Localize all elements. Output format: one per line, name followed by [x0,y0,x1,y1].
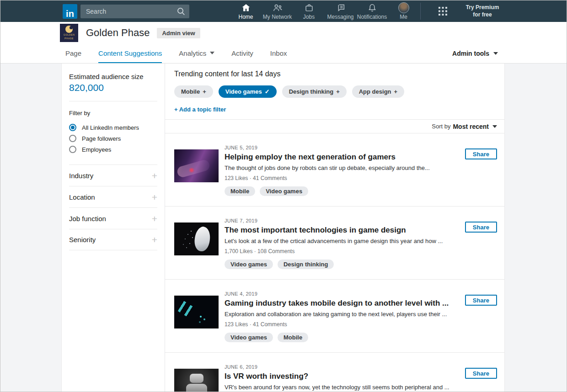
home-icon [241,2,251,13]
article-card: JUNE 6, 2019 Is VR worth investing? VR's… [165,353,504,392]
linkedin-logo[interactable]: in [63,4,77,19]
apps-grid-icon[interactable] [427,6,459,16]
article-description: Exploration and collaboration are taking… [225,311,456,318]
notifications-icon [367,2,377,13]
company-logo-text: GOLDEN PHASE [64,33,75,40]
share-button[interactable]: Share [465,222,497,233]
share-button[interactable]: Share [465,148,497,159]
sort-by-label: Sort by [432,123,450,130]
article-title[interactable]: The most important technologies in game … [225,226,456,235]
admin-view-badge: Admin view [157,28,200,38]
tab-analytics[interactable]: Analytics [179,44,214,63]
chevron-down-icon [493,52,498,55]
article-body: JUNE 4, 2019 Gaming industry takes mobil… [219,291,465,328]
nav-item-home[interactable]: Home [230,0,262,22]
section-job-function[interactable]: Job function + [69,207,157,229]
admin-tools-dropdown[interactable]: Admin tools [452,44,498,63]
article-thumbnail [174,149,219,182]
nav-item-me[interactable]: Me [388,0,419,22]
article-description: The thought of jobs done by robots can s… [225,164,456,171]
add-plus-icon: + [336,88,340,95]
radio-selected-icon [69,124,76,131]
me-avatar [398,2,409,13]
search-bar [80,5,189,18]
audience-size-value: 820,000 [69,82,157,93]
jobs-icon [304,2,314,13]
article-title[interactable]: Gaming industry takes mobile design to a… [225,299,456,308]
trending-header: Trending content for last 14 days Mobile… [165,64,504,119]
nav-item-my-network[interactable]: My Network [262,0,293,22]
article-title[interactable]: Is VR worth investing? [225,372,456,381]
share-button[interactable]: Share [465,295,497,306]
nav-item-label: Messaging [327,14,353,20]
article-date: JUNE 7, 2019 [225,218,456,223]
crescent-moon-icon [65,26,73,33]
tag: Design thinking [278,260,334,269]
page-tabbar: Page Content Suggestions Analytics Activ… [0,44,567,64]
article-body: JUNE 5, 2019 Helping employ the next gen… [219,145,465,182]
radio-all-linkedin-members[interactable]: All LinkedIn members [69,124,157,131]
content-panel: Estimated audience size 820,000 Filter b… [61,64,505,392]
tag: Mobile [225,186,255,196]
expand-plus-icon: + [152,171,157,180]
search-icon[interactable] [177,6,186,17]
nav-item-label: Me [400,14,407,20]
section-location[interactable]: Location + [69,186,157,207]
article-card: JUNE 4, 2019 Gaming industry takes mobil… [165,280,504,353]
section-industry[interactable]: Industry + [69,164,157,186]
add-topic-filter-link[interactable]: + Add a topic filter [174,106,226,113]
radio-page-followers[interactable]: Page followers [69,135,157,142]
nav-item-label: Notifications [357,14,387,20]
article-description: Let's look at a few of the crtical advan… [225,238,456,244]
radio-label: Page followers [82,135,121,142]
article-tags: Mobile Video games [225,186,497,196]
tab-page[interactable]: Page [65,44,81,63]
article-description: VR's been around for years now, yet the … [225,384,456,391]
filter-by-label: Filter by [69,110,157,117]
article-list: JUNE 5, 2019 Helping employ the next gen… [165,133,504,392]
sort-row: Sort by Most recent [165,119,504,133]
article-date: JUNE 4, 2019 [225,291,456,297]
nav-item-label: Home [238,14,253,20]
radio-unselected-icon [69,146,76,153]
section-seniority[interactable]: Seniority + [69,229,157,250]
tab-inbox[interactable]: Inbox [270,44,287,63]
messaging-icon [336,2,346,13]
sort-by-dropdown[interactable]: Most recent [453,123,497,130]
article-date: JUNE 6, 2019 [225,364,456,370]
topic-pill-design-thinking[interactable]: Design thinking+ [282,85,347,98]
radio-label: All LinkedIn members [82,124,139,131]
topic-pill-mobile[interactable]: Mobile+ [174,85,213,98]
nav-item-notifications[interactable]: Notifications [356,0,388,22]
filters-sidebar: Estimated audience size 820,000 Filter b… [62,64,165,392]
tag: Mobile [278,333,308,342]
chevron-down-icon [492,125,497,128]
search-input[interactable] [86,8,177,15]
try-premium-link[interactable]: Try Premium for free [459,4,506,18]
share-button[interactable]: Share [465,368,497,379]
divider [69,101,157,101]
nav-item-label: My Network [263,14,292,20]
tab-content-suggestions[interactable]: Content Suggestions [98,44,162,63]
expand-plus-icon: + [152,214,157,223]
tab-activity[interactable]: Activity [231,44,253,63]
tag: Video games [225,260,273,269]
nav-item-jobs[interactable]: Jobs [293,0,325,22]
topic-pill-app-design[interactable]: App design+ [352,85,404,98]
topic-pill-video-games[interactable]: Video games✓ [219,85,277,98]
article-title[interactable]: Helping employ the next generation of ga… [225,153,456,162]
trending-title: Trending content for last 14 days [174,70,495,78]
article-stats: 123 Likes · 41 Comments [225,175,456,181]
tag: Video games [260,186,308,196]
nav-item-messaging[interactable]: Messaging [325,0,356,22]
my-network-icon [272,2,283,13]
premium-line1: Try Premium [459,4,506,11]
nav-items: Home My Network Jobs Messaging [230,0,506,22]
article-tags: Video games Mobile [225,333,497,342]
expand-plus-icon: + [152,235,157,244]
radio-employees[interactable]: Employees [69,146,157,153]
top-nav: in Home My Network [0,0,567,22]
article-body: JUNE 6, 2019 Is VR worth investing? VR's… [219,364,465,392]
company-logo[interactable]: GOLDEN PHASE [60,24,78,42]
expand-plus-icon: + [152,192,157,202]
